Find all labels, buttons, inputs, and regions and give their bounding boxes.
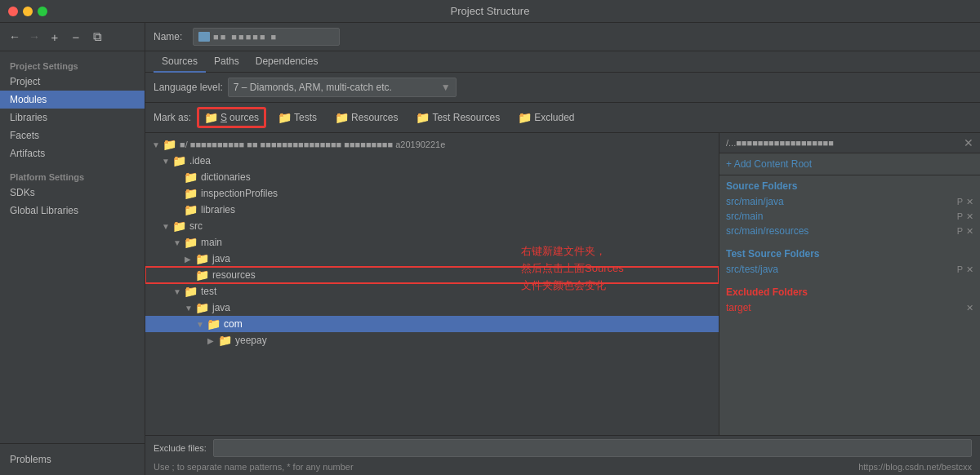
test-folder-icon: 📁	[184, 285, 198, 298]
idea-label: .idea	[189, 155, 211, 166]
source-folder-main-label: src/main	[726, 211, 763, 222]
language-level-select[interactable]: 7 – Diamonds, ARM, multi-catch etc. ▼	[228, 78, 457, 97]
sources-folder-icon: 📁	[204, 111, 218, 124]
folder-actions: P ✕	[957, 197, 973, 207]
folder-actions: P ✕	[957, 264, 973, 275]
close-button[interactable]	[8, 7, 18, 16]
tree-item-test[interactable]: ▼ 📁 test	[145, 283, 719, 300]
excluded-folder-remove-icon[interactable]: ✕	[966, 303, 973, 313]
source-folder-remove-icon[interactable]: ✕	[966, 211, 973, 222]
sidebar-item-label: Global Libraries	[10, 205, 78, 216]
folder-actions: P ✕	[957, 226, 973, 237]
mark-resources-button[interactable]: 📁 Resources	[329, 109, 403, 127]
test-resources-folder-icon: 📁	[416, 111, 430, 124]
com-label: com	[224, 318, 243, 330]
exclude-files-input[interactable]	[213, 439, 972, 457]
sidebar: ← → + − ⧉ Project Settings Project Modul…	[0, 23, 145, 475]
forward-button[interactable]: →	[26, 29, 42, 45]
main-label: main	[201, 237, 222, 248]
resources-folder-icon: 📁	[335, 111, 349, 124]
sidebar-item-sdks[interactable]: SDKs	[0, 184, 145, 202]
tree-item-inspection-profiles[interactable]: 📁 inspectionProfiles	[145, 185, 719, 202]
tree-item-java[interactable]: ▶ 📁 java	[145, 251, 719, 267]
test-folder-remove-icon[interactable]: ✕	[966, 264, 973, 275]
test-java-label: java	[212, 302, 230, 313]
window-title: Project Structure	[451, 5, 530, 17]
mark-excluded-button[interactable]: 📁 Excluded	[512, 109, 580, 127]
test-label: test	[201, 286, 216, 297]
source-folder-remove-icon[interactable]: ✕	[966, 197, 973, 207]
sidebar-item-libraries[interactable]: Libraries	[0, 109, 145, 127]
root-folder-icon: 📁	[163, 138, 176, 151]
tree-item-test-java[interactable]: ▼ 📁 java	[145, 300, 719, 316]
source-folder-edit-icon[interactable]: P	[957, 211, 963, 222]
right-panel: /...■■■■■■■■■■■■■■■■■■ ✕ + Add Content R…	[719, 133, 980, 435]
sidebar-item-artifacts[interactable]: Artifacts	[0, 144, 145, 162]
src-folder-icon: 📁	[172, 220, 186, 233]
maximize-button[interactable]	[38, 7, 47, 16]
mark-test-resources-button[interactable]: 📁 Test Resources	[410, 109, 506, 127]
module-icon	[198, 32, 210, 42]
source-folders-title: Source Folders	[719, 175, 980, 194]
exclude-hint-text: Use ; to separate name patterns, * for a…	[145, 460, 980, 475]
tab-sources[interactable]: Sources	[154, 51, 206, 73]
resources-folder-icon: 📁	[195, 269, 209, 282]
project-settings-label: Project Settings	[0, 58, 145, 73]
titlebar: Project Structure	[0, 0, 980, 23]
source-folder-java[interactable]: src/main/java P ✕	[719, 194, 980, 209]
src-label: src	[189, 220, 203, 232]
excluded-folder-target[interactable]: target ✕	[719, 300, 980, 315]
sidebar-item-modules[interactable]: Modules	[0, 91, 145, 109]
dropdown-arrow-icon: ▼	[441, 82, 451, 93]
panel-close-button[interactable]: ✕	[964, 136, 973, 149]
sidebar-item-global-libraries[interactable]: Global Libraries	[0, 202, 145, 220]
tree-item-resources[interactable]: 📁 resources	[145, 267, 719, 283]
source-folder-main[interactable]: src/main P ✕	[719, 209, 980, 224]
panel-path-label: /...■■■■■■■■■■■■■■■■■■	[726, 138, 964, 148]
name-input[interactable]: ■■ ■■■■■ ■	[193, 28, 340, 46]
sidebar-item-label: Modules	[10, 94, 47, 105]
mark-tests-button[interactable]: 📁 Tests	[272, 109, 323, 127]
file-tree[interactable]: ▼ 📁 ■/ ■■■■■■■■■■ ■■ ■■■■■■■■■■■■■■■ ■■■…	[145, 133, 719, 435]
source-folder-remove-icon[interactable]: ✕	[966, 226, 973, 237]
sidebar-item-label: Problems	[10, 454, 51, 465]
source-folder-edit-icon[interactable]: P	[957, 226, 963, 237]
main-folder-icon: 📁	[184, 236, 198, 249]
dictionaries-folder-icon: 📁	[184, 171, 198, 184]
tree-item-main[interactable]: ▼ 📁 main	[145, 234, 719, 251]
add-module-button[interactable]: +	[46, 28, 64, 46]
sidebar-item-problems[interactable]: Problems	[0, 451, 145, 468]
sidebar-item-label: Libraries	[10, 112, 47, 123]
source-folder-edit-icon[interactable]: P	[957, 197, 963, 207]
remove-module-button[interactable]: −	[67, 28, 85, 46]
tabs-row: Sources Paths Dependencies	[145, 51, 980, 73]
tree-item-libraries[interactable]: 📁 libraries	[145, 202, 719, 218]
sidebar-item-project[interactable]: Project	[0, 73, 145, 91]
tree-item-yeepay[interactable]: ▶ 📁 yeepay	[145, 332, 719, 348]
mark-sources-button[interactable]: 📁 Sources	[198, 108, 265, 127]
sidebar-item-facets[interactable]: Facets	[0, 127, 145, 144]
test-folder-edit-icon[interactable]: P	[957, 264, 963, 275]
minimize-button[interactable]	[23, 7, 33, 16]
dictionaries-label: dictionaries	[201, 171, 251, 183]
sidebar-bottom: Problems	[0, 443, 145, 475]
sidebar-item-label: Facets	[10, 130, 39, 141]
test-source-folder-java[interactable]: src/test/java P ✕	[719, 262, 980, 277]
source-folder-resources[interactable]: src/main/resources P ✕	[719, 224, 980, 238]
tree-item-dictionaries[interactable]: 📁 dictionaries	[145, 169, 719, 185]
idea-folder-icon: 📁	[172, 154, 186, 167]
tab-dependencies[interactable]: Dependencies	[247, 51, 327, 73]
arrow-icon: ▼	[152, 140, 160, 149]
test-resources-button-label: Test Resources	[432, 112, 500, 123]
copy-module-button[interactable]: ⧉	[88, 28, 106, 46]
add-content-root-button[interactable]: + Add Content Root	[719, 153, 980, 175]
back-button[interactable]: ←	[7, 29, 23, 45]
tree-item-src[interactable]: ▼ 📁 src	[145, 218, 719, 234]
tree-item-com[interactable]: ▼ 📁 com	[145, 316, 719, 332]
arrow-icon: ▼	[173, 238, 181, 247]
tree-item-idea[interactable]: ▼ 📁 .idea	[145, 153, 719, 169]
tree-item-root[interactable]: ▼ 📁 ■/ ■■■■■■■■■■ ■■ ■■■■■■■■■■■■■■■ ■■■…	[145, 136, 719, 153]
tab-paths[interactable]: Paths	[206, 51, 247, 73]
blog-url-label: https://blog.csdn.net/bestcxx	[858, 462, 972, 472]
sidebar-toolbar: ← → + − ⧉	[0, 23, 145, 51]
